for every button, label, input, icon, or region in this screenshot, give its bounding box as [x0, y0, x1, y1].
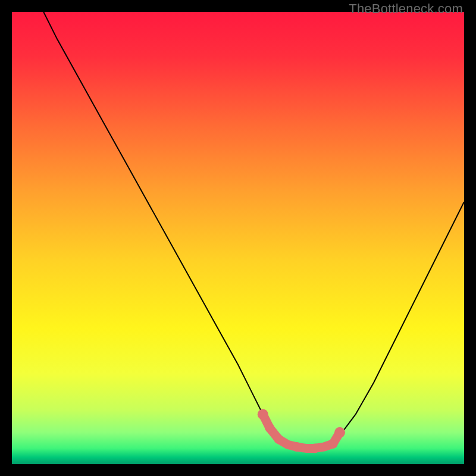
flat-marker-dot: [265, 423, 274, 433]
flat-marker-dot: [328, 439, 338, 449]
chart-frame: [12, 12, 464, 464]
flat-marker-dot: [292, 442, 302, 452]
flat-marker-dot: [258, 409, 268, 419]
flat-marker-dot: [310, 443, 320, 453]
flat-marker-dot: [334, 427, 345, 438]
chart-svg: [12, 12, 464, 464]
watermark-text: TheBottleneck.com: [349, 1, 463, 17]
flat-marker-dot: [274, 434, 283, 444]
